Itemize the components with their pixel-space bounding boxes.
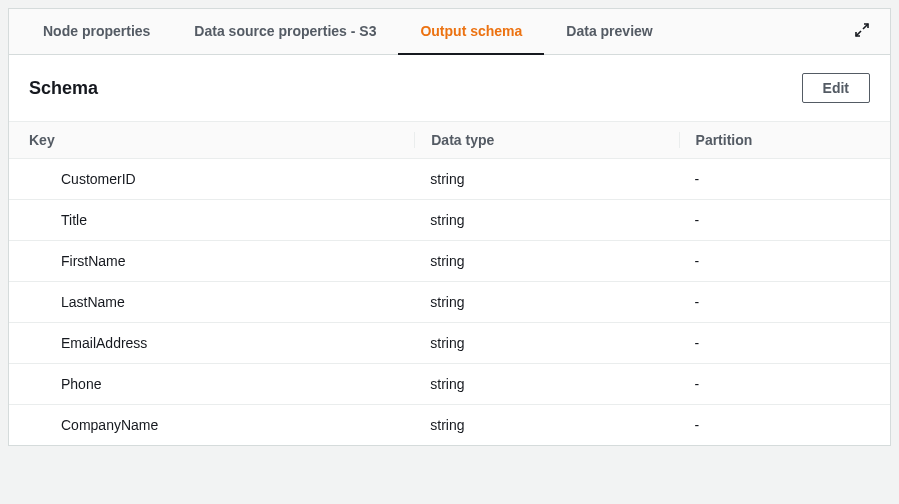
cell-partition: - [679,212,890,228]
column-header-type: Data type [414,132,678,148]
edit-button[interactable]: Edit [802,73,870,103]
tab-data-preview[interactable]: Data preview [544,9,674,55]
cell-type: string [414,376,678,392]
cell-partition: - [679,171,890,187]
panel: Node properties Data source properties -… [8,8,891,446]
cell-partition: - [679,294,890,310]
cell-key: Phone [9,376,414,392]
cell-key: LastName [9,294,414,310]
cell-type: string [414,294,678,310]
table-row: LastNamestring- [9,282,890,323]
table-row: CustomerIDstring- [9,159,890,200]
cell-type: string [414,417,678,433]
column-header-key: Key [9,132,414,148]
expand-button[interactable] [846,14,878,50]
cell-key: FirstName [9,253,414,269]
table-row: Phonestring- [9,364,890,405]
table-row: Titlestring- [9,200,890,241]
column-header-partition: Partition [679,132,890,148]
cell-key: CustomerID [9,171,414,187]
table-row: EmailAddressstring- [9,323,890,364]
cell-type: string [414,253,678,269]
cell-partition: - [679,253,890,269]
cell-key: CompanyName [9,417,414,433]
tab-bar: Node properties Data source properties -… [9,9,890,55]
tab-node-properties[interactable]: Node properties [21,9,172,55]
table-row: FirstNamestring- [9,241,890,282]
tab-data-source-properties[interactable]: Data source properties - S3 [172,9,398,55]
expand-icon [854,22,870,42]
schema-table: Key Data type Partition CustomerIDstring… [9,121,890,445]
cell-type: string [414,212,678,228]
cell-partition: - [679,335,890,351]
cell-partition: - [679,376,890,392]
cell-key: EmailAddress [9,335,414,351]
table-row: CompanyNamestring- [9,405,890,445]
cell-partition: - [679,417,890,433]
section-header: Schema Edit [9,55,890,121]
section-title: Schema [29,78,98,99]
table-header-row: Key Data type Partition [9,122,890,159]
table-body: CustomerIDstring-Titlestring-FirstNamest… [9,159,890,445]
cell-key: Title [9,212,414,228]
cell-type: string [414,335,678,351]
tab-output-schema[interactable]: Output schema [398,9,544,55]
cell-type: string [414,171,678,187]
